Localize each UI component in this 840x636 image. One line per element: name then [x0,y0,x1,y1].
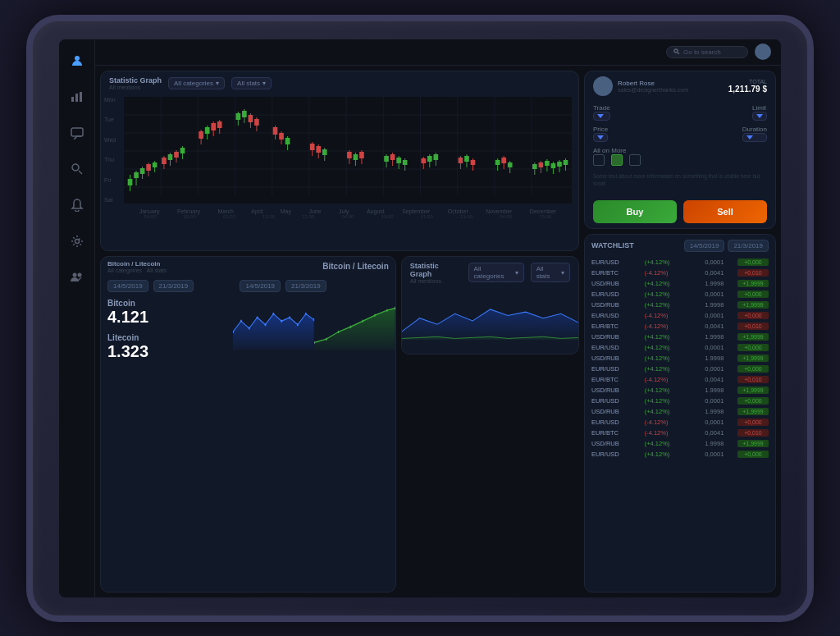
svg-rect-98 [471,160,476,165]
svg-point-123 [273,312,275,315]
watchlist-date-to[interactable]: 21/3/2019 [728,240,769,252]
sidebar-item-chart[interactable] [66,85,89,108]
ltc-date-badges: 14/5/2019 21/3/2019 [233,277,395,295]
duration-dropdown[interactable] [742,133,767,142]
watchlist-row-1[interactable]: EUR/BTC (-4.12%) 0,0041 +0,010 [585,268,775,278]
wl-badge-7: +1,9999 [737,333,769,341]
watchlist-row-13[interactable]: EUR/USD (+4.12%) 0,0001 +0,000 [585,396,775,406]
svg-point-134 [362,319,363,323]
bitcoin-label: Bitcoin [107,299,226,308]
watchlist-row-11[interactable]: EUR/BTC (-4.12%) 0,0041 +0,010 [585,374,775,385]
checkbox-2[interactable] [611,154,623,166]
wl-badge-1: +0,010 [737,269,769,277]
watchlist-row-14[interactable]: USD/RUB (+4.12%) 1.9998 +1,9999 [585,406,775,417]
watchlist-row-18[interactable]: EUR/USD (+4.12%) 0,0001 +0,000 [585,449,775,460]
main-content: Go to search Statistic Graph All mention [95,39,781,597]
sidebar-item-settings[interactable] [66,230,89,253]
svg-point-124 [281,319,283,323]
wl-badge-3: +0,000 [737,291,769,298]
all-on-more-section: All on More [593,147,767,166]
wl-badge-12: +1,9999 [737,387,769,394]
search-bar[interactable]: Go to search [666,46,748,58]
trade-dropdown[interactable] [593,112,610,121]
duration-label: Duration [742,126,767,133]
trade-small-text: Some text about more information on some… [593,172,767,187]
svg-rect-54 [236,113,241,120]
svg-point-131 [326,337,327,341]
checkbox-1[interactable] [593,154,605,166]
wl-change-3: (+4.12%) [645,291,679,298]
svg-rect-96 [464,156,469,162]
sidebar-item-message[interactable] [66,121,89,144]
ltc-date-from[interactable]: 14/5/2019 [240,280,281,292]
watchlist-row-10[interactable]: EUR/USD (+4.12%) 0,0001 +0,000 [585,364,775,374]
svg-point-135 [374,313,376,317]
svg-rect-44 [180,148,185,153]
watchlist-row-12[interactable]: USD/RUB (+4.12%) 1.9998 +1,9999 [585,385,775,396]
bitcoin-value: 4.121 [107,308,226,327]
watchlist-row-8[interactable]: EUR/USD (+4.12%) 0,0001 +0,000 [585,342,775,353]
trade-header: Robert Rose sales@designerthanks.com TOT… [585,71,775,101]
wl-pair-7: USD/RUB [591,333,631,341]
wl-change-1: (-4.12%) [645,269,679,277]
watchlist-row-7[interactable]: USD/RUB (+4.12%) 1.9998 +1,9999 [585,332,775,342]
trade-label: Trade [593,104,610,112]
wl-pair-2: USD/RUB [591,280,631,287]
trade-label-container: Trade [593,104,610,121]
wl-price-1: 0,0041 [692,269,724,277]
ltc-date-to[interactable]: 21/3/2019 [285,280,326,292]
sidebar [59,39,95,597]
user-avatar-top[interactable] [755,43,771,60]
sidebar-item-search[interactable] [66,158,89,181]
limit-dropdown[interactable] [752,112,767,121]
sidebar-item-users[interactable] [66,266,89,289]
watchlist-row-17[interactable]: USD/RUB (+4.12%) 1.9998 +1,9999 [585,438,775,449]
bottom-stats-dropdown[interactable]: All stats ▾ [531,263,570,282]
wl-pair-17: USD/RUB [591,440,631,447]
watchlist-row-2[interactable]: USD/RUB (+4.12%) 1.9998 +1,9999 [585,278,775,289]
bottom-stats-subtitle: All mentions [410,278,462,284]
sidebar-item-bell[interactable] [66,194,89,217]
btc-ltc-category-label: All categories All stats [107,268,167,273]
wl-change-5: (-4.12%) [645,312,679,319]
svg-point-8 [77,272,81,277]
watchlist-row-4[interactable]: USD/RUB (+4.12%) 1.9998 +1,9999 [585,300,775,310]
litecoin-value: 1.323 [107,342,226,361]
btc-ltc-right: 14/5/2019 21/3/2019 [233,277,395,574]
watchlist-row-6[interactable]: EUR/BTC (-4.12%) 0,0041 +0,010 [585,321,775,332]
watchlist-row-9[interactable]: USD/RUB (+4.12%) 1.9998 +1,9999 [585,353,775,364]
btc-date-from[interactable]: 14/5/2019 [107,280,148,292]
svg-rect-34 [146,164,151,171]
checkbox-row [593,154,767,166]
wl-change-6: (-4.12%) [645,323,679,330]
svg-rect-48 [205,127,210,134]
buy-button[interactable]: Buy [593,200,677,223]
wl-change-0: (+4.12%) [645,259,679,266]
limit-dropdown-arrow [756,114,763,118]
bottom-category-dropdown[interactable]: All categories ▾ [468,263,524,282]
sidebar-item-avatar[interactable] [66,49,89,72]
watchlist-dates: 14/5/2019 21/3/2019 [684,240,769,252]
btc-date-to[interactable]: 21/3/2019 [153,280,194,292]
watchlist-row-5[interactable]: EUR/USD (-4.12%) 0,0001 +0,000 [585,310,775,321]
watchlist-row-3[interactable]: EUR/USD (+4.12%) 0,0001 +0,000 [585,289,775,300]
checkbox-3[interactable] [629,154,641,166]
watchlist-row-16[interactable]: EUR/BTC (-4.12%) 0,0041 +0,010 [585,428,775,438]
stats-dropdown[interactable]: All stats ▾ [231,77,272,89]
watchlist-row-15[interactable]: EUR/USD (-4.12%) 0,0001 +0,000 [585,417,775,428]
sell-button[interactable]: Sell [683,200,767,223]
watchlist-date-from[interactable]: 14/5/2019 [684,240,725,252]
wl-badge-13: +0,000 [737,397,769,405]
candlestick-chart-container: Mon Tue Wed Thu Fri Sat [101,94,578,233]
category-dropdown[interactable]: All categories ▾ [168,77,225,89]
tablet-device: Go to search Statistic Graph All mention [26,15,814,622]
wl-price-11: 0,0041 [692,376,724,383]
svg-rect-58 [249,115,253,122]
wl-change-12: (+4.12%) [645,387,679,394]
wl-price-7: 1.9998 [692,333,724,341]
svg-rect-104 [508,162,513,167]
wl-price-13: 0,0001 [692,397,724,405]
price-dropdown[interactable] [593,133,608,142]
svg-rect-62 [273,127,278,135]
watchlist-row-0[interactable]: EUR/USD (+4.12%) 0,0001 +0,000 [585,257,775,268]
